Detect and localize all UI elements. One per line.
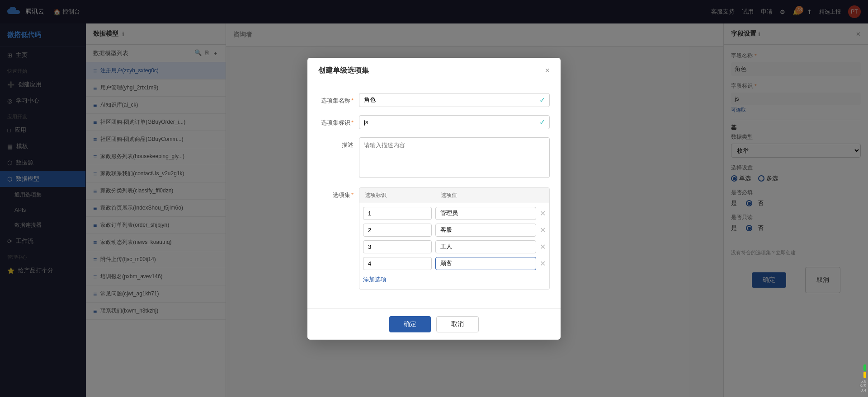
dialog-confirm-button[interactable]: 确定 — [389, 316, 431, 332]
dialog-header: 创建单级选项集 × — [307, 58, 561, 82]
options-table-row: 选项集* 选项标识 选项值 ✕ — [318, 187, 550, 290]
options-section-label: 选项集* — [318, 187, 359, 199]
speed-green-bar — [863, 364, 866, 371]
col-id-header: 选项标识 — [365, 191, 437, 199]
options-id-label: 选项集标识* — [318, 115, 359, 127]
options-id-row: 选项集标识* ✓ — [318, 115, 550, 129]
dialog-cancel-button[interactable]: 取消 — [436, 316, 479, 332]
speed-indicator: 5.6K/S0.4 — [859, 364, 868, 392]
option-id-input-1[interactable] — [363, 224, 432, 237]
options-section: 选项标识 选项值 ✕ ✕ — [359, 187, 550, 290]
desc-label: 描述 — [318, 137, 359, 149]
option-delete-2[interactable]: ✕ — [540, 243, 546, 251]
option-delete-1[interactable]: ✕ — [540, 226, 546, 234]
option-row-3: ✕ — [363, 257, 546, 270]
desc-row: 描述 — [318, 137, 550, 179]
modal-overlay: 创建单级选项集 × 选项集名称* ✓ 选项集标识* — [0, 0, 868, 397]
option-delete-3[interactable]: ✕ — [540, 259, 546, 268]
dialog-body: 选项集名称* ✓ 选项集标识* ✓ 描述 — [307, 82, 561, 308]
option-delete-0[interactable]: ✕ — [540, 209, 546, 218]
col-val-header: 选项值 — [441, 191, 544, 199]
option-row-1: ✕ — [363, 224, 546, 237]
dialog-title: 创建单级选项集 — [318, 66, 369, 75]
speed-text: 5.6K/S0.4 — [859, 379, 866, 392]
options-name-control: ✓ — [359, 93, 550, 107]
options-name-check-icon: ✓ — [539, 96, 545, 104]
options-id-check-icon: ✓ — [539, 118, 545, 126]
options-id-input[interactable] — [359, 115, 550, 129]
option-row-2: ✕ — [363, 240, 546, 253]
options-table-body: ✕ ✕ ✕ — [359, 203, 550, 290]
options-name-label: 选项集名称* — [318, 93, 359, 105]
options-name-row: 选项集名称* ✓ — [318, 93, 550, 107]
add-option-button[interactable]: 添加选项 — [363, 274, 387, 285]
dialog-footer: 确定 取消 — [307, 308, 561, 340]
option-id-input-3[interactable] — [363, 257, 432, 270]
options-name-input[interactable] — [359, 93, 550, 107]
option-id-input-2[interactable] — [363, 240, 432, 253]
option-row-0: ✕ — [363, 207, 546, 220]
create-options-dialog: 创建单级选项集 × 选项集名称* ✓ 选项集标识* — [307, 58, 561, 340]
option-id-input-0[interactable] — [363, 207, 432, 220]
option-val-input-3[interactable] — [435, 257, 536, 270]
desc-control — [359, 137, 550, 179]
dialog-close-icon[interactable]: × — [545, 66, 550, 75]
option-val-input-1[interactable] — [435, 224, 536, 237]
speed-yellow-bar — [863, 372, 866, 378]
options-table-header: 选项标识 选项值 — [359, 187, 550, 203]
options-id-control: ✓ — [359, 115, 550, 129]
desc-textarea[interactable] — [359, 137, 550, 178]
option-val-input-2[interactable] — [435, 240, 536, 253]
option-val-input-0[interactable] — [435, 207, 536, 220]
